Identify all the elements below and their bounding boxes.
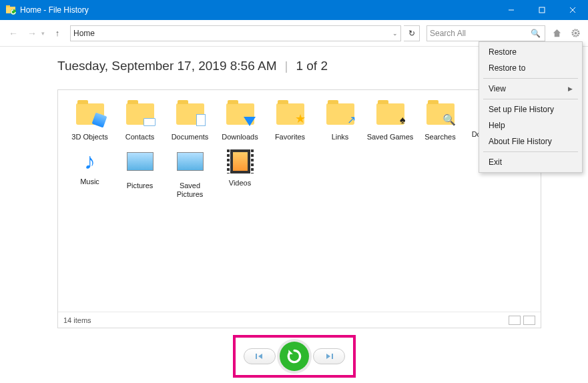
up-button[interactable]: ↑ (50, 26, 65, 41)
folder-item[interactable]: Contacts (115, 101, 165, 141)
folder-item[interactable]: 🔍Searches (415, 101, 465, 141)
previous-version-button[interactable] (244, 348, 276, 364)
folder-item[interactable]: ★Favorites (265, 101, 315, 141)
version-date: Tuesday, September 17, 2019 8:56 AM (57, 59, 276, 73)
item-icon: ★ (274, 103, 306, 130)
items-grid: 3D ObjectsContactsDocumentsDownloads★Fav… (58, 90, 541, 206)
item-icon (174, 152, 206, 179)
item-icon: ♠ (374, 103, 406, 130)
item-label: Saved Games (365, 133, 415, 141)
svg-rect-1 (6, 5, 10, 7)
menu-restore-to[interactable]: Restore to (479, 60, 582, 76)
item-icon (224, 149, 256, 176)
search-input[interactable]: Search All 🔍 (426, 25, 545, 41)
item-label: Documents (165, 133, 215, 141)
address-bar[interactable]: Home ⌄ (70, 25, 401, 41)
separator: | (284, 59, 288, 73)
menu-exit[interactable]: Exit (479, 154, 582, 170)
highlight-annotation (233, 335, 356, 378)
app-icon (5, 5, 16, 15)
item-label: Saved Pictures (165, 181, 215, 199)
view-icons-button[interactable] (523, 316, 535, 325)
item-label: Links (315, 133, 365, 141)
title-bar: Home - File History (0, 0, 588, 20)
forward-button[interactable]: → (24, 25, 40, 41)
version-page: 1 of 2 (296, 59, 328, 73)
folder-item[interactable]: ♠Saved Games (365, 101, 415, 141)
item-label: Downloads (215, 133, 265, 141)
folder-item[interactable]: Downloads (215, 101, 265, 141)
search-placeholder: Search All (430, 29, 466, 38)
svg-point-8 (574, 32, 577, 35)
menu-about[interactable]: About File History (479, 133, 582, 149)
navigation-controls (0, 335, 588, 378)
minimize-button[interactable] (496, 0, 527, 20)
folder-item[interactable]: ♪Music (65, 148, 115, 199)
chevron-down-icon[interactable]: ⌄ (392, 30, 398, 37)
folder-item[interactable]: Documents (165, 101, 215, 141)
item-icon (124, 103, 156, 130)
svg-rect-10 (332, 354, 333, 359)
window-title: Home - File History (20, 5, 496, 15)
view-details-button[interactable] (509, 316, 521, 325)
item-icon: ♪ (74, 148, 106, 175)
restore-button[interactable] (280, 342, 309, 371)
item-icon: ↗ (324, 103, 356, 130)
item-icon (224, 103, 256, 130)
item-icon (174, 103, 206, 130)
history-dropdown-icon[interactable]: ▾ (41, 30, 45, 37)
menu-divider (483, 78, 578, 79)
item-label: Pictures (115, 181, 165, 190)
folder-item[interactable]: Videos (215, 148, 265, 199)
item-label: Searches (415, 133, 465, 141)
home-icon[interactable] (549, 26, 564, 41)
item-label: Videos (215, 179, 265, 187)
address-text: Home (73, 29, 95, 38)
folder-item[interactable]: 3D Objects (65, 101, 115, 141)
folder-item[interactable]: Saved Pictures (165, 148, 215, 199)
item-icon (74, 103, 106, 130)
svg-rect-9 (256, 354, 257, 359)
menu-divider (483, 151, 578, 152)
settings-menu: Restore Restore to View▶ Set up File His… (479, 41, 583, 173)
menu-divider (483, 99, 578, 99)
close-button[interactable] (557, 0, 588, 20)
item-count: 14 items (63, 316, 91, 324)
item-label: Music (65, 177, 115, 186)
folder-item[interactable]: ↗Links (315, 101, 365, 141)
refresh-button[interactable]: ↻ (404, 25, 420, 41)
item-icon (124, 152, 156, 179)
item-icon: 🔍 (424, 103, 457, 130)
maximize-button[interactable] (527, 0, 557, 20)
search-icon: 🔍 (531, 29, 541, 38)
content-pane: 3D ObjectsContactsDocumentsDownloads★Fav… (57, 89, 541, 328)
svg-rect-4 (539, 7, 545, 13)
next-version-button[interactable] (313, 348, 345, 364)
status-bar: 14 items (58, 312, 541, 328)
menu-setup[interactable]: Set up File History (479, 101, 582, 117)
back-button[interactable]: ← (5, 25, 21, 41)
item-label: Favorites (265, 133, 315, 141)
menu-view[interactable]: View▶ (479, 81, 582, 97)
chevron-right-icon: ▶ (568, 85, 573, 92)
menu-help[interactable]: Help (479, 117, 582, 133)
gear-icon[interactable] (568, 26, 583, 41)
item-label: 3D Objects (65, 133, 115, 141)
item-label: Contacts (115, 133, 165, 141)
folder-item[interactable]: Pictures (115, 148, 165, 199)
menu-restore[interactable]: Restore (479, 44, 582, 60)
